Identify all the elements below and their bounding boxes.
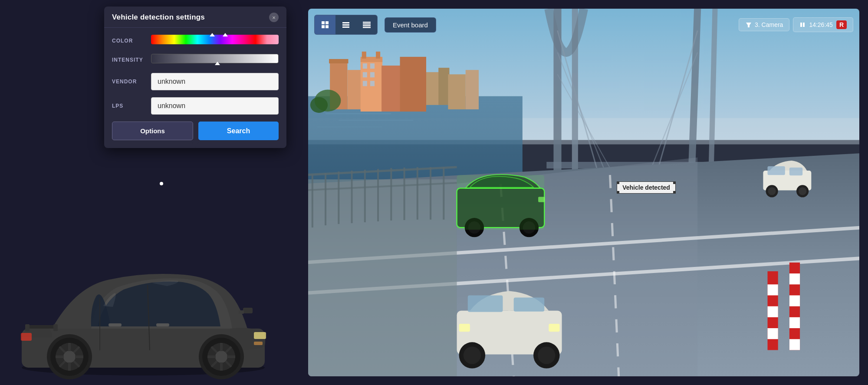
- svg-rect-115: [768, 328, 778, 339]
- svg-rect-47: [348, 70, 363, 109]
- dialog-header: Vehicle detection settings ×: [104, 7, 286, 28]
- svg-rect-35: [53, 324, 58, 331]
- svg-rect-129: [549, 324, 559, 332]
- svg-rect-57: [370, 72, 375, 77]
- dialog-body: COLOR INTENSITY VENDOR: [104, 28, 286, 148]
- svg-rect-32: [21, 333, 32, 341]
- svg-rect-59: [370, 81, 375, 86]
- intensity-marker: [215, 62, 220, 65]
- close-button[interactable]: ×: [269, 13, 279, 22]
- color-field-row: COLOR: [112, 35, 279, 47]
- svg-rect-138: [363, 23, 371, 25]
- color-marker-1: [210, 33, 215, 36]
- vendor-input[interactable]: [151, 73, 279, 90]
- list-icon: [342, 20, 350, 29]
- color-label: COLOR: [112, 38, 151, 44]
- vendor-field-row: VENDOR: [112, 73, 279, 90]
- svg-point-65: [310, 97, 328, 113]
- dialog-buttons: Options Search: [112, 122, 279, 140]
- corner-tr: [673, 181, 676, 184]
- svg-point-21: [63, 351, 76, 363]
- view-controls: [314, 15, 378, 35]
- corner-tl: [617, 181, 619, 184]
- svg-rect-34: [25, 324, 30, 331]
- view-table-button[interactable]: [356, 15, 377, 34]
- svg-rect-137: [363, 22, 371, 23]
- svg-rect-36: [243, 308, 253, 313]
- camera-name-text: 3. Camera: [755, 21, 783, 28]
- table-icon: [362, 20, 372, 29]
- time-badge: 14:26:45 R: [793, 17, 853, 32]
- dialog-title: Vehicle detection settings: [112, 13, 205, 22]
- svg-point-101: [768, 187, 776, 195]
- right-panel: Event board 3. Camera 14:26:45 R: [304, 0, 868, 385]
- svg-rect-98: [768, 166, 785, 175]
- svg-rect-130: [322, 21, 325, 24]
- svg-rect-63: [466, 70, 479, 109]
- corner-bl: [617, 191, 619, 194]
- svg-rect-134: [342, 22, 349, 23]
- search-button[interactable]: Search: [198, 122, 279, 140]
- view-list-button[interactable]: [335, 15, 356, 34]
- corner-br: [673, 191, 676, 194]
- color-slider[interactable]: [151, 35, 279, 47]
- svg-point-127: [538, 346, 555, 364]
- car-container: [0, 185, 299, 385]
- svg-rect-128: [459, 324, 470, 332]
- vendor-label: VENDOR: [112, 79, 151, 85]
- svg-rect-56: [363, 72, 367, 77]
- svg-rect-135: [342, 24, 349, 26]
- svg-rect-114: [768, 306, 778, 317]
- intensity-field-row: INTENSITY: [112, 54, 279, 66]
- svg-rect-83: [308, 179, 457, 376]
- svg-rect-142: [800, 23, 802, 27]
- svg-rect-132: [322, 25, 325, 28]
- svg-rect-111: [457, 175, 545, 230]
- camera-toolbar: Event board 3. Camera 14:26:45 R: [314, 15, 853, 35]
- svg-rect-33: [25, 325, 58, 329]
- svg-rect-37: [239, 310, 244, 314]
- svg-rect-122: [468, 295, 503, 312]
- lps-field-row: LPS: [112, 97, 279, 115]
- svg-point-125: [464, 346, 481, 364]
- camera-name-badge: 3. Camera: [739, 18, 789, 31]
- camera-funnel-icon: [745, 21, 752, 28]
- settings-dialog: Vehicle detection settings × COLOR INTEN…: [104, 7, 286, 148]
- svg-rect-55: [370, 63, 375, 69]
- svg-rect-139: [363, 25, 371, 26]
- rec-badge: R: [836, 20, 847, 29]
- lps-label: LPS: [112, 103, 151, 109]
- svg-rect-136: [342, 26, 349, 28]
- svg-rect-120: [789, 339, 800, 350]
- svg-rect-50: [362, 52, 366, 59]
- lps-input[interactable]: [151, 97, 279, 115]
- svg-point-103: [799, 187, 806, 195]
- svg-rect-60: [426, 72, 439, 105]
- time-text: 14:26:45: [809, 21, 833, 28]
- event-board-button[interactable]: Event board: [385, 17, 436, 33]
- svg-rect-31: [254, 342, 263, 345]
- svg-rect-58: [363, 81, 367, 86]
- svg-rect-143: [803, 23, 805, 27]
- svg-rect-54: [363, 63, 367, 69]
- left-panel: Vehicle detection settings × COLOR INTEN…: [0, 0, 304, 385]
- svg-rect-123: [514, 298, 545, 312]
- pause-icon: [799, 22, 806, 28]
- grid-icon: [321, 20, 329, 29]
- view-grid-button[interactable]: [315, 15, 335, 34]
- svg-rect-117: [789, 273, 800, 284]
- color-marker-2: [223, 33, 228, 36]
- svg-rect-53: [400, 57, 427, 112]
- intensity-slider[interactable]: [151, 54, 279, 66]
- options-button[interactable]: Options: [112, 122, 193, 140]
- svg-rect-118: [789, 295, 800, 306]
- intensity-label: INTENSITY: [112, 57, 151, 63]
- svg-rect-61: [438, 68, 449, 105]
- svg-rect-52: [381, 66, 401, 112]
- svg-rect-62: [448, 74, 465, 109]
- camera-view: Event board 3. Camera 14:26:45 R: [308, 9, 859, 376]
- svg-rect-140: [363, 27, 371, 28]
- camera-info: 3. Camera 14:26:45 R: [739, 17, 853, 32]
- svg-rect-51: [376, 52, 380, 59]
- vehicle-detected-label: Vehicle detected: [617, 181, 676, 194]
